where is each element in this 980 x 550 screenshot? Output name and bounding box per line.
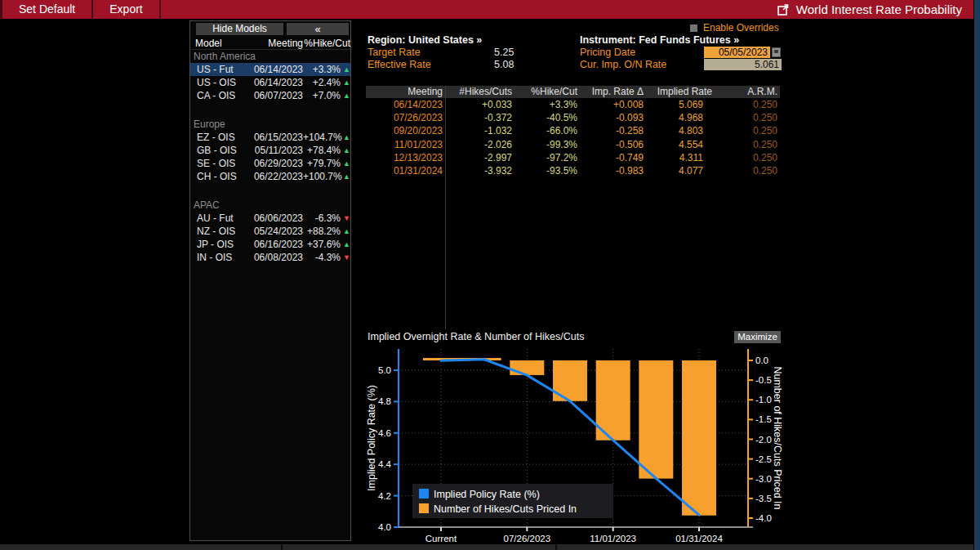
svg-text:5.0: 5.0 (378, 365, 391, 375)
toolbar: Set Default Export World Interest Rate P… (0, 0, 973, 19)
model-row[interactable]: CA - OIS06/07/2023+7.0%▲ (190, 89, 350, 102)
model-row[interactable]: IN - OIS06/08/2023-4.3%▼ (190, 251, 350, 264)
model-group-label: APAC (190, 199, 350, 212)
bottom-bar-divider (281, 544, 283, 550)
table-row: 07/26/2023-0.372-40.5%-0.0934.9680.250 (366, 111, 780, 124)
toolbar-spacer (161, 0, 777, 19)
table-column-header: Implied Rate (646, 86, 715, 98)
model-row[interactable]: US - OIS06/14/2023+2.4%▲ (190, 76, 350, 89)
set-default-button[interactable]: Set Default (0, 0, 93, 19)
cur-imp-rate-input[interactable] (704, 59, 782, 70)
svg-text:4.8: 4.8 (378, 396, 391, 406)
export-button[interactable]: Export (93, 0, 160, 19)
model-group-label: North America (190, 50, 350, 63)
table-cell: -0.258 (580, 124, 646, 137)
column-header-meeting: Meeting (247, 37, 303, 50)
model-group-label: Europe (190, 118, 350, 131)
model-hike-pct: +3.3% (303, 63, 341, 76)
table-column-header: A.R.M. (715, 86, 780, 98)
table-cell: -40.5% (514, 111, 580, 124)
up-triangle-icon: ▲ (341, 144, 353, 157)
table-cell: 0.250 (715, 151, 780, 164)
table-cell: 4.554 (646, 138, 715, 151)
model-row[interactable]: JP - OIS06/16/2023+37.6%▲ (190, 238, 350, 251)
table-cell: 0.250 (715, 98, 780, 111)
table-row: 11/01/2023-2.026-99.3%-0.5064.5540.250 (366, 138, 780, 151)
svg-text:01/31/2024: 01/31/2024 (675, 534, 723, 543)
model-name: SE - OIS (195, 157, 246, 170)
model-name: GB - OIS (195, 144, 246, 157)
instrument-value[interactable]: Fed Funds Futures » (639, 34, 739, 46)
table-cell: 4.077 (646, 164, 715, 177)
window-right-edge (973, 0, 980, 550)
table-cell: -3.932 (445, 164, 514, 177)
maximize-button[interactable]: Maximize (734, 331, 781, 343)
hide-models-button[interactable]: Hide Models (196, 23, 283, 35)
model-meeting-date: 06/15/2023 (246, 131, 303, 144)
table-cell: 09/20/2023 (366, 124, 445, 137)
table-cell: 0.250 (715, 164, 780, 177)
model-meeting-date: 06/06/2023 (246, 212, 303, 225)
down-triangle-icon: ▼ (341, 251, 353, 264)
model-name: US - Fut (195, 63, 246, 76)
table-cell: -66.0% (514, 124, 580, 137)
enable-overrides-checkbox[interactable] (690, 25, 697, 32)
target-rate-label: Target Rate (368, 47, 421, 58)
table-cell: -0.749 (580, 151, 646, 164)
calendar-icon[interactable] (772, 47, 781, 57)
svg-text:Number of Hikes/Cuts Priced In: Number of Hikes/Cuts Priced In (434, 503, 577, 515)
table-cell: 4.311 (646, 151, 715, 164)
table-cell: 5.069 (646, 98, 715, 111)
svg-text:4.0: 4.0 (378, 522, 391, 532)
column-header-hike-cut: %Hike/Cut (303, 37, 353, 50)
table-row: 12/13/2023-2.997-97.2%-0.7494.3110.250 (366, 151, 780, 164)
svg-text:4.2: 4.2 (378, 491, 391, 501)
model-row[interactable]: CH - OIS06/22/2023+100.7%▲ (190, 170, 350, 183)
table-cell: -2.026 (445, 138, 514, 151)
instrument-label: Instrument: (580, 34, 636, 46)
table-column-header: #Hikes/Cuts (445, 86, 514, 98)
model-meeting-date: 06/29/2023 (246, 157, 303, 170)
table-column-header: Imp. Rate Δ (580, 86, 646, 98)
table-row: 06/14/2023+0.033+3.3%+0.0085.0690.250 (366, 98, 780, 111)
model-row[interactable]: US - Fut06/14/2023+3.3%▲ (190, 63, 350, 76)
region-value[interactable]: United States » (408, 34, 482, 46)
table-cell: -0.983 (580, 164, 646, 177)
table-cell: -0.372 (445, 111, 514, 124)
svg-text:-2.0: -2.0 (755, 435, 772, 445)
model-row[interactable]: AU - Fut06/06/2023-6.3%▼ (190, 212, 350, 225)
open-external-icon[interactable] (777, 4, 789, 16)
down-triangle-icon: ▼ (341, 212, 353, 225)
table-column-header: Meeting (366, 86, 445, 98)
svg-text:-2.5: -2.5 (755, 454, 772, 464)
model-name: NZ - OIS (195, 225, 246, 238)
table-cell: -0.506 (580, 138, 646, 151)
model-hike-pct: +37.6% (303, 238, 341, 251)
up-triangle-icon: ▲ (341, 170, 353, 183)
model-row[interactable]: NZ - OIS05/24/2023+88.2%▲ (190, 225, 350, 238)
svg-text:Current: Current (425, 534, 457, 543)
target-rate-value: 5.25 (494, 47, 514, 58)
table-cell: 12/13/2023 (366, 151, 445, 164)
table-cell: -93.5% (514, 164, 580, 177)
model-hike-pct: +100.7% (303, 170, 341, 183)
collapse-panel-button[interactable]: « (287, 23, 349, 35)
model-row[interactable]: GB - OIS05/11/2023+78.4%▲ (190, 144, 350, 157)
svg-text:-0.5: -0.5 (755, 375, 772, 385)
table-cell: -1.032 (445, 124, 514, 137)
model-hike-pct: +78.4% (303, 144, 341, 157)
model-meeting-date: 06/14/2023 (246, 76, 303, 89)
model-meeting-date: 05/11/2023 (246, 144, 303, 157)
pricing-date-input[interactable] (704, 47, 770, 58)
table-cell: +0.008 (580, 98, 646, 111)
models-panel-buttons: Hide Models « (190, 23, 350, 37)
model-row[interactable]: SE - OIS06/29/2023+79.7%▲ (190, 157, 350, 170)
table-cell: +3.3% (514, 98, 580, 111)
table-cell: -97.2% (514, 151, 580, 164)
model-row[interactable]: EZ - OIS06/15/2023+104.7%▲ (190, 131, 350, 144)
pricing-date-label: Pricing Date (580, 47, 635, 58)
model-name: CH - OIS (195, 170, 246, 183)
model-name: IN - OIS (195, 251, 246, 264)
svg-text:-3.0: -3.0 (755, 474, 772, 484)
svg-text:0.0: 0.0 (755, 355, 768, 365)
